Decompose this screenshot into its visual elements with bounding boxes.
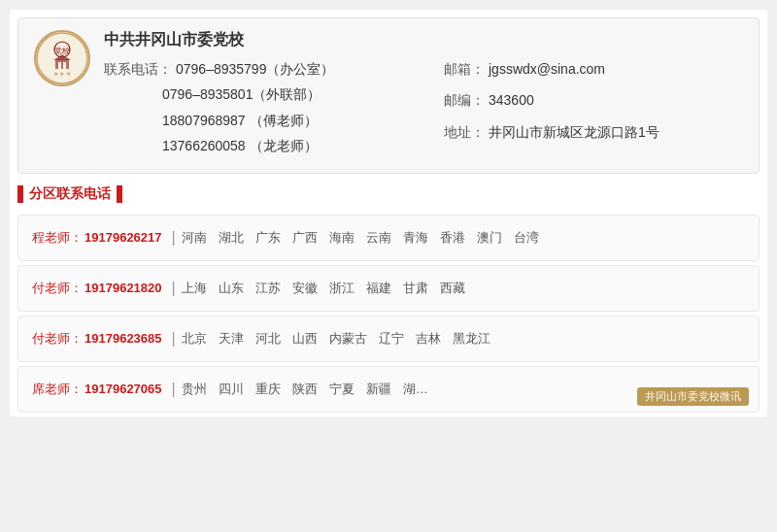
section-title: 分区联系电话: [29, 185, 111, 203]
teacher-name-2: 付老师：: [32, 330, 83, 348]
region-3-3: 陕西: [292, 381, 318, 398]
teacher-card-3: 席老师： 19179627065 | 贵州 四川 重庆 陕西 宁夏 新疆 湖… …: [17, 366, 760, 413]
region-1-7: 西藏: [440, 280, 465, 297]
contact-grid: 联系电话： 0796–8935799（办公室） 0796–8935801（外联部…: [104, 58, 743, 161]
divider-bar-left: [17, 185, 23, 203]
region-3-5: 新疆: [366, 381, 391, 398]
teacher-card-0: 程老师： 19179626217 | 河南 湖北 广东 广西 海南 云南 青海 …: [17, 215, 760, 261]
separator-3: |: [172, 381, 176, 398]
region-1-2: 江苏: [255, 280, 281, 297]
teacher-name-0: 程老师：: [32, 229, 83, 247]
separator-2: |: [172, 330, 176, 348]
region-1-5: 福建: [366, 280, 391, 297]
email-label: 邮箱：: [444, 58, 485, 80]
region-2-2: 河北: [255, 330, 281, 348]
region-0-7: 香港: [440, 229, 465, 247]
postcode-label: 邮编：: [444, 89, 485, 111]
region-2-3: 山西: [292, 330, 318, 348]
phone-row-2: 0796–8935801（外联部）: [104, 83, 422, 105]
org-name: 中共井冈山市委党校: [104, 30, 743, 50]
svg-text:★ ★ ★: ★ ★ ★: [53, 71, 71, 77]
teacher-phone-1: 19179621820: [84, 281, 162, 295]
phone-value-4: 13766260058 （龙老师）: [162, 135, 318, 156]
regions-0: 河南 湖北 广东 广西 海南 云南 青海 香港 澳门 台湾: [182, 229, 539, 247]
teacher-phone-0: 19179626217: [84, 230, 162, 245]
phone-row-1: 联系电话： 0796–8935799（办公室）: [104, 58, 422, 80]
regions-3: 贵州 四川 重庆 陕西 宁夏 新疆 湖…: [182, 381, 428, 398]
teacher-phone-2: 19179623685: [84, 331, 162, 346]
region-3-0: 贵州: [182, 381, 207, 398]
phone-value-1: 0796–8935799（办公室）: [176, 58, 334, 80]
org-logo: 党校 ★ ★ ★: [34, 30, 90, 86]
email-row: 邮箱： jgsswdx@sina.com: [444, 58, 743, 80]
separator-1: |: [172, 280, 176, 297]
region-0-2: 广东: [255, 229, 281, 247]
region-0-5: 云南: [366, 229, 391, 247]
page-container: 党校 ★ ★ ★ 中共井冈山市委党校 联系电话： 0796–8935799（办公: [10, 10, 767, 416]
region-3-4: 宁夏: [329, 381, 355, 398]
right-contact-col: 邮箱： jgsswdx@sina.com 邮编： 343600 地址： 井冈山市…: [424, 58, 743, 161]
region-3-1: 四川: [219, 381, 244, 398]
header-section: 党校 ★ ★ ★ 中共井冈山市委党校 联系电话： 0796–8935799（办公: [17, 17, 760, 174]
region-1-6: 甘肃: [403, 280, 428, 297]
phone-value-3: 18807968987 （傅老师）: [162, 110, 318, 131]
phone-row-3: 18807968987 （傅老师）: [104, 110, 422, 131]
header-info: 中共井冈山市委党校 联系电话： 0796–8935799（办公室） 0796–8…: [104, 30, 743, 161]
section-divider: 分区联系电话: [17, 182, 760, 207]
region-0-6: 青海: [403, 229, 428, 247]
region-0-9: 台湾: [514, 229, 539, 247]
teacher-phone-3: 19179627065: [84, 382, 162, 396]
svg-rect-3: [55, 59, 69, 69]
region-0-1: 湖北: [219, 229, 244, 247]
separator-0: |: [172, 229, 176, 247]
svg-rect-5: [63, 62, 66, 69]
svg-text:党校: 党校: [54, 47, 70, 55]
left-contact-col: 联系电话： 0796–8935799（办公室） 0796–8935801（外联部…: [104, 58, 422, 161]
region-0-4: 海南: [329, 229, 355, 247]
regions-2: 北京 天津 河北 山西 内蒙古 辽宁 吉林 黑龙江: [182, 330, 490, 348]
region-0-0: 河南: [182, 229, 207, 247]
address-row: 地址： 井冈山市新城区龙源口路1号: [444, 121, 743, 143]
postcode-value: 343600: [489, 89, 534, 111]
divider-bar-right: [117, 185, 122, 203]
phone-value-2: 0796–8935801（外联部）: [162, 83, 321, 105]
region-2-6: 吉林: [416, 330, 441, 348]
region-1-3: 安徽: [292, 280, 318, 297]
teacher-name-1: 付老师：: [32, 280, 83, 297]
logo-area: 党校 ★ ★ ★: [34, 30, 92, 88]
phone-label-1: 联系电话：: [104, 58, 172, 80]
region-3-2: 重庆: [255, 381, 281, 398]
email-value: jgsswdx@sina.com: [489, 58, 605, 80]
address-value: 井冈山市新城区龙源口路1号: [489, 121, 659, 143]
region-0-8: 澳门: [477, 229, 502, 247]
region-0-3: 广西: [292, 229, 318, 247]
region-3-6: 湖…: [403, 381, 428, 398]
region-1-4: 浙江: [329, 280, 355, 297]
teacher-card-1: 付老师： 19179621820 | 上海 山东 江苏 安徽 浙江 福建 甘肃 …: [17, 265, 760, 312]
region-2-7: 黑龙江: [453, 330, 490, 348]
region-2-0: 北京: [182, 330, 207, 348]
region-2-4: 内蒙古: [329, 330, 367, 348]
watermark: 井冈山市委党校微讯: [637, 387, 749, 406]
address-label: 地址：: [444, 121, 485, 143]
regions-1: 上海 山东 江苏 安徽 浙江 福建 甘肃 西藏: [182, 280, 465, 297]
phone-row-4: 13766260058 （龙老师）: [104, 135, 422, 156]
postcode-row: 邮编： 343600: [444, 89, 743, 111]
region-2-5: 辽宁: [379, 330, 404, 348]
region-1-0: 上海: [182, 280, 207, 297]
teacher-name-3: 席老师：: [32, 381, 83, 398]
region-1-1: 山东: [219, 280, 244, 297]
teacher-card-2: 付老师： 19179623685 | 北京 天津 河北 山西 内蒙古 辽宁 吉林…: [17, 316, 760, 362]
region-2-1: 天津: [219, 330, 244, 348]
svg-rect-4: [58, 62, 61, 69]
